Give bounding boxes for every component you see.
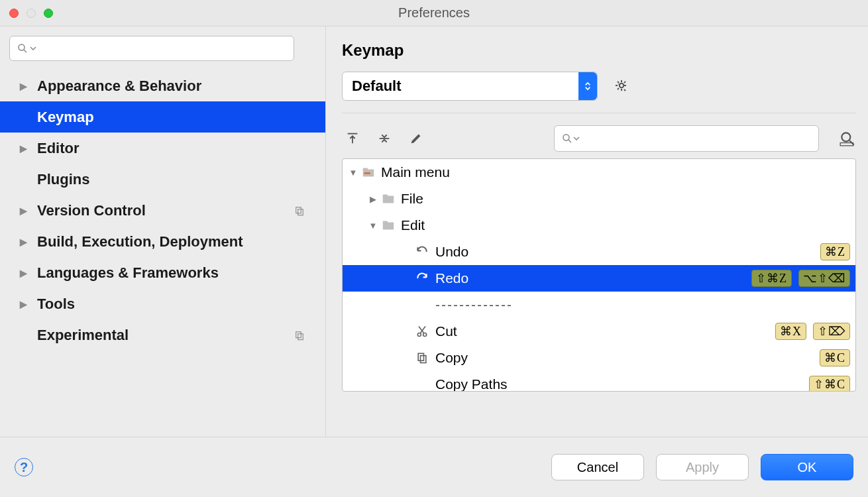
expand-toggle-icon[interactable]: ▼ (365, 221, 381, 231)
svg-rect-2 (296, 207, 301, 213)
project-level-icon (294, 205, 305, 217)
svg-point-0 (19, 44, 25, 50)
sidebar-item-label: Tools (37, 296, 75, 313)
svg-rect-13 (840, 143, 853, 146)
svg-rect-4 (296, 331, 301, 337)
separator-label: ------------- (435, 297, 850, 313)
sidebar-item-tools[interactable]: ▶Tools (0, 288, 325, 319)
collapse-all-icon (377, 131, 392, 146)
select-arrows-icon (578, 72, 597, 100)
project-level-icon (294, 329, 305, 341)
sidebar-item-languages[interactable]: ▶Languages & Frameworks (0, 257, 325, 288)
folder-icon (381, 192, 397, 206)
edit-shortcut-button[interactable] (406, 128, 427, 149)
svg-line-10 (569, 140, 571, 142)
action-label: Undo (435, 244, 820, 260)
keymap-settings-button[interactable] (614, 78, 629, 94)
tree-node-label: File (401, 191, 850, 207)
sidebar-item-label: Languages & Frameworks (37, 264, 219, 282)
main-panel: Keymap Default (326, 27, 868, 437)
action-copy[interactable]: Copy ⌘C (343, 345, 855, 371)
sidebar-search[interactable] (9, 36, 294, 61)
shortcut-badge: ⇧⌘C (809, 376, 850, 392)
action-label: Copy (435, 350, 820, 366)
tree-node-file[interactable]: ▶ File (343, 186, 855, 212)
settings-tree: ▶Appearance & Behavior ▶Keymap ▶Editor ▶… (0, 70, 325, 351)
sidebar-item-version-control[interactable]: ▶Version Control (0, 195, 325, 226)
sidebar-item-label: Appearance & Behavior (37, 78, 201, 95)
expand-all-button[interactable] (342, 128, 363, 149)
keymap-select[interactable]: Default (342, 72, 598, 101)
sidebar: ▶Appearance & Behavior ▶Keymap ▶Editor ▶… (0, 27, 326, 437)
pencil-icon (409, 131, 423, 146)
find-by-shortcut-button[interactable] (839, 130, 856, 147)
sidebar-item-build[interactable]: ▶Build, Execution, Deployment (0, 226, 325, 257)
svg-point-11 (841, 133, 850, 141)
search-icon (561, 133, 573, 144)
action-tree[interactable]: ▼ Main menu ▶ File ▼ Edit Undo ⌘Z (342, 158, 856, 392)
keymap-select-value: Default (352, 78, 402, 95)
svg-rect-16 (364, 172, 370, 174)
undo-icon (414, 245, 430, 258)
find-shortcut-icon (839, 130, 856, 147)
action-search[interactable] (554, 125, 819, 152)
footer: ? Cancel Apply OK (0, 437, 868, 497)
sidebar-item-appearance[interactable]: ▶Appearance & Behavior (0, 70, 325, 101)
svg-rect-20 (383, 221, 388, 224)
shortcut-badge: ⌥⇧⌫ (798, 270, 850, 287)
shortcut-badge: ⌘C (820, 349, 850, 366)
collapse-all-button[interactable] (374, 128, 395, 149)
sidebar-item-label: Keymap (37, 109, 94, 126)
sidebar-item-experimental[interactable]: ▶Experimental (0, 319, 325, 351)
expand-toggle-icon[interactable]: ▼ (345, 168, 361, 178)
sidebar-item-plugins[interactable]: ▶Plugins (0, 164, 325, 195)
sidebar-search-input[interactable] (36, 42, 287, 56)
sidebar-item-label: Editor (37, 140, 80, 157)
action-cut[interactable]: Cut ⌘X ⇧⌦ (343, 318, 855, 345)
apply-button[interactable]: Apply (656, 454, 749, 480)
action-separator: ------------- (343, 292, 855, 318)
sidebar-item-label: Version Control (37, 202, 146, 219)
sidebar-item-label: Experimental (37, 327, 129, 344)
redo-icon (414, 272, 430, 285)
chevron-down-icon (573, 135, 580, 142)
svg-point-9 (563, 135, 569, 140)
svg-line-1 (24, 50, 27, 52)
search-icon (17, 42, 28, 54)
folder-icon (361, 165, 377, 180)
svg-rect-25 (418, 353, 423, 360)
sidebar-item-keymap[interactable]: ▶Keymap (0, 101, 325, 133)
expand-all-icon (345, 131, 360, 146)
action-label: Copy Paths (435, 376, 809, 392)
shortcut-badge: ⌘X (775, 323, 806, 340)
svg-rect-15 (363, 168, 368, 171)
sidebar-item-label: Build, Execution, Deployment (37, 233, 243, 250)
gear-icon (614, 78, 629, 94)
action-label: Cut (435, 323, 775, 339)
tree-node-label: Main menu (381, 164, 850, 180)
sidebar-item-editor[interactable]: ▶Editor (0, 133, 325, 164)
folder-icon (381, 218, 397, 233)
action-copy-paths[interactable]: Copy Paths ⇧⌘C (343, 371, 855, 392)
shortcut-badge: ⇧⌘Z (751, 270, 792, 287)
keymap-toolbar (342, 125, 856, 152)
shortcut-badge: ⇧⌦ (813, 323, 850, 340)
window-title: Preferences (0, 5, 868, 21)
action-redo[interactable]: Redo ⇧⌘Z ⌥⇧⌫ (343, 265, 855, 292)
help-button[interactable]: ? (15, 458, 33, 476)
ok-button[interactable]: OK (761, 454, 853, 480)
svg-rect-26 (421, 356, 426, 363)
tree-node-edit[interactable]: ▼ Edit (343, 212, 855, 239)
svg-point-21 (417, 333, 421, 337)
expand-toggle-icon[interactable]: ▶ (365, 194, 381, 204)
svg-rect-18 (383, 195, 388, 197)
chevron-down-icon (30, 45, 36, 52)
action-undo[interactable]: Undo ⌘Z (343, 239, 855, 265)
action-search-input[interactable] (580, 132, 812, 146)
cut-icon (414, 325, 430, 338)
cancel-button[interactable]: Cancel (551, 454, 644, 480)
shortcut-badge: ⌘Z (820, 243, 850, 260)
tree-node-main-menu[interactable]: ▼ Main menu (343, 159, 855, 186)
copy-icon (414, 351, 430, 364)
tree-node-label: Edit (401, 217, 850, 233)
